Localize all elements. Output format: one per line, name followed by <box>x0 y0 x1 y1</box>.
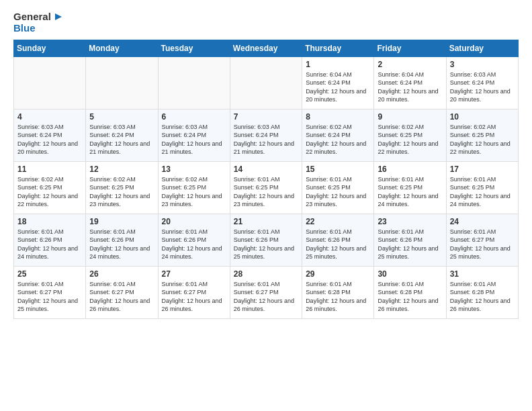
day-info: Sunrise: 6:01 AM Sunset: 6:25 PM Dayligh… <box>234 175 298 209</box>
calendar-cell: 21Sunrise: 6:01 AM Sunset: 6:26 PM Dayli… <box>230 214 302 266</box>
day-number: 18 <box>17 217 82 226</box>
calendar-cell <box>14 56 86 109</box>
day-info: Sunrise: 6:01 AM Sunset: 6:28 PM Dayligh… <box>306 280 370 314</box>
day-info: Sunrise: 6:01 AM Sunset: 6:27 PM Dayligh… <box>17 280 82 314</box>
day-number: 25 <box>17 269 82 279</box>
weekday-thursday: Thursday <box>302 40 374 56</box>
day-number: 27 <box>162 269 226 279</box>
day-number: 21 <box>234 217 298 226</box>
day-number: 5 <box>89 112 154 122</box>
day-info: Sunrise: 6:01 AM Sunset: 6:28 PM Dayligh… <box>450 280 515 314</box>
calendar-cell: 4Sunrise: 6:03 AM Sunset: 6:24 PM Daylig… <box>14 109 86 161</box>
logo-blue: Blue <box>13 23 64 34</box>
day-info: Sunrise: 6:01 AM Sunset: 6:27 PM Dayligh… <box>89 280 154 314</box>
day-number: 14 <box>234 165 298 174</box>
calendar-cell: 7Sunrise: 6:03 AM Sunset: 6:24 PM Daylig… <box>230 109 302 161</box>
day-number: 13 <box>162 165 226 174</box>
calendar-cell: 11Sunrise: 6:02 AM Sunset: 6:25 PM Dayli… <box>14 161 86 214</box>
day-info: Sunrise: 6:01 AM Sunset: 6:25 PM Dayligh… <box>378 175 442 209</box>
day-number: 29 <box>306 269 370 279</box>
day-info: Sunrise: 6:01 AM Sunset: 6:26 PM Dayligh… <box>234 228 298 261</box>
day-number: 2 <box>378 60 442 69</box>
weekday-header-row: SundayMondayTuesdayWednesdayThursdayFrid… <box>14 40 519 56</box>
day-info: Sunrise: 6:03 AM Sunset: 6:24 PM Dayligh… <box>234 123 298 156</box>
calendar-cell: 9Sunrise: 6:02 AM Sunset: 6:25 PM Daylig… <box>374 109 446 161</box>
day-number: 26 <box>89 269 154 279</box>
day-number: 10 <box>450 112 515 122</box>
day-number: 22 <box>306 217 370 226</box>
header: General Blue <box>13 11 519 34</box>
day-info: Sunrise: 6:03 AM Sunset: 6:24 PM Dayligh… <box>450 71 515 104</box>
calendar-cell: 29Sunrise: 6:01 AM Sunset: 6:28 PM Dayli… <box>302 266 374 318</box>
calendar-cell <box>158 56 230 109</box>
page: General Blue SundayMondayTuesdayWednesda… <box>0 0 532 411</box>
day-number: 8 <box>306 112 370 122</box>
calendar-cell: 23Sunrise: 6:01 AM Sunset: 6:26 PM Dayli… <box>374 214 446 266</box>
day-number: 9 <box>378 112 442 122</box>
day-info: Sunrise: 6:01 AM Sunset: 6:26 PM Dayligh… <box>378 228 442 261</box>
calendar-cell: 6Sunrise: 6:03 AM Sunset: 6:24 PM Daylig… <box>158 109 230 161</box>
weekday-wednesday: Wednesday <box>230 40 302 56</box>
weekday-friday: Friday <box>374 40 446 56</box>
weekday-saturday: Saturday <box>446 40 518 56</box>
calendar-cell: 16Sunrise: 6:01 AM Sunset: 6:25 PM Dayli… <box>374 161 446 214</box>
day-info: Sunrise: 6:02 AM Sunset: 6:25 PM Dayligh… <box>450 123 515 156</box>
calendar-cell: 20Sunrise: 6:01 AM Sunset: 6:26 PM Dayli… <box>158 214 230 266</box>
calendar-cell: 8Sunrise: 6:02 AM Sunset: 6:24 PM Daylig… <box>302 109 374 161</box>
calendar-cell: 19Sunrise: 6:01 AM Sunset: 6:26 PM Dayli… <box>86 214 158 266</box>
logo: General Blue <box>13 11 64 34</box>
day-number: 19 <box>89 217 154 226</box>
day-info: Sunrise: 6:03 AM Sunset: 6:24 PM Dayligh… <box>162 123 226 156</box>
day-number: 31 <box>450 269 515 279</box>
week-row-2: 4Sunrise: 6:03 AM Sunset: 6:24 PM Daylig… <box>14 109 519 161</box>
calendar-cell: 22Sunrise: 6:01 AM Sunset: 6:26 PM Dayli… <box>302 214 374 266</box>
logo-text: General Blue <box>13 11 64 34</box>
calendar-cell: 24Sunrise: 6:01 AM Sunset: 6:27 PM Dayli… <box>446 214 518 266</box>
day-info: Sunrise: 6:01 AM Sunset: 6:26 PM Dayligh… <box>162 228 226 261</box>
calendar-cell: 18Sunrise: 6:01 AM Sunset: 6:26 PM Dayli… <box>14 214 86 266</box>
calendar-cell: 28Sunrise: 6:01 AM Sunset: 6:27 PM Dayli… <box>230 266 302 318</box>
day-info: Sunrise: 6:01 AM Sunset: 6:27 PM Dayligh… <box>162 280 226 314</box>
day-number: 11 <box>17 165 82 174</box>
day-number: 24 <box>450 217 515 226</box>
calendar-cell: 27Sunrise: 6:01 AM Sunset: 6:27 PM Dayli… <box>158 266 230 318</box>
calendar-table: SundayMondayTuesdayWednesdayThursdayFrid… <box>13 40 519 319</box>
calendar-cell <box>86 56 158 109</box>
day-info: Sunrise: 6:01 AM Sunset: 6:28 PM Dayligh… <box>378 280 442 314</box>
day-info: Sunrise: 6:02 AM Sunset: 6:25 PM Dayligh… <box>162 175 226 209</box>
week-row-5: 25Sunrise: 6:01 AM Sunset: 6:27 PM Dayli… <box>14 266 519 318</box>
day-info: Sunrise: 6:01 AM Sunset: 6:26 PM Dayligh… <box>89 228 154 261</box>
day-info: Sunrise: 6:02 AM Sunset: 6:25 PM Dayligh… <box>89 175 154 209</box>
week-row-4: 18Sunrise: 6:01 AM Sunset: 6:26 PM Dayli… <box>14 214 519 266</box>
week-row-3: 11Sunrise: 6:02 AM Sunset: 6:25 PM Dayli… <box>14 161 519 214</box>
calendar-cell: 31Sunrise: 6:01 AM Sunset: 6:28 PM Dayli… <box>446 266 518 318</box>
day-info: Sunrise: 6:01 AM Sunset: 6:26 PM Dayligh… <box>306 228 370 261</box>
day-number: 15 <box>306 165 370 174</box>
svg-marker-0 <box>55 13 62 20</box>
day-info: Sunrise: 6:01 AM Sunset: 6:27 PM Dayligh… <box>234 280 298 314</box>
day-number: 1 <box>306 60 370 69</box>
calendar-cell: 2Sunrise: 6:04 AM Sunset: 6:24 PM Daylig… <box>374 56 446 109</box>
day-number: 12 <box>89 165 154 174</box>
day-info: Sunrise: 6:03 AM Sunset: 6:24 PM Dayligh… <box>89 123 154 156</box>
day-number: 17 <box>450 165 515 174</box>
day-info: Sunrise: 6:02 AM Sunset: 6:24 PM Dayligh… <box>306 123 370 156</box>
day-number: 16 <box>378 165 442 174</box>
calendar-cell: 15Sunrise: 6:01 AM Sunset: 6:25 PM Dayli… <box>302 161 374 214</box>
calendar-cell: 5Sunrise: 6:03 AM Sunset: 6:24 PM Daylig… <box>86 109 158 161</box>
calendar-cell: 30Sunrise: 6:01 AM Sunset: 6:28 PM Dayli… <box>374 266 446 318</box>
day-number: 30 <box>378 269 442 279</box>
calendar-cell: 14Sunrise: 6:01 AM Sunset: 6:25 PM Dayli… <box>230 161 302 214</box>
calendar-cell: 26Sunrise: 6:01 AM Sunset: 6:27 PM Dayli… <box>86 266 158 318</box>
calendar-cell: 10Sunrise: 6:02 AM Sunset: 6:25 PM Dayli… <box>446 109 518 161</box>
day-number: 4 <box>17 112 82 122</box>
calendar-cell: 25Sunrise: 6:01 AM Sunset: 6:27 PM Dayli… <box>14 266 86 318</box>
logo-arrow-icon <box>52 11 64 23</box>
day-info: Sunrise: 6:01 AM Sunset: 6:25 PM Dayligh… <box>306 175 370 209</box>
weekday-tuesday: Tuesday <box>158 40 230 56</box>
logo-general: General <box>13 11 51 23</box>
day-info: Sunrise: 6:04 AM Sunset: 6:24 PM Dayligh… <box>306 71 370 104</box>
calendar-cell: 12Sunrise: 6:02 AM Sunset: 6:25 PM Dayli… <box>86 161 158 214</box>
calendar-cell: 17Sunrise: 6:01 AM Sunset: 6:25 PM Dayli… <box>446 161 518 214</box>
weekday-sunday: Sunday <box>14 40 86 56</box>
